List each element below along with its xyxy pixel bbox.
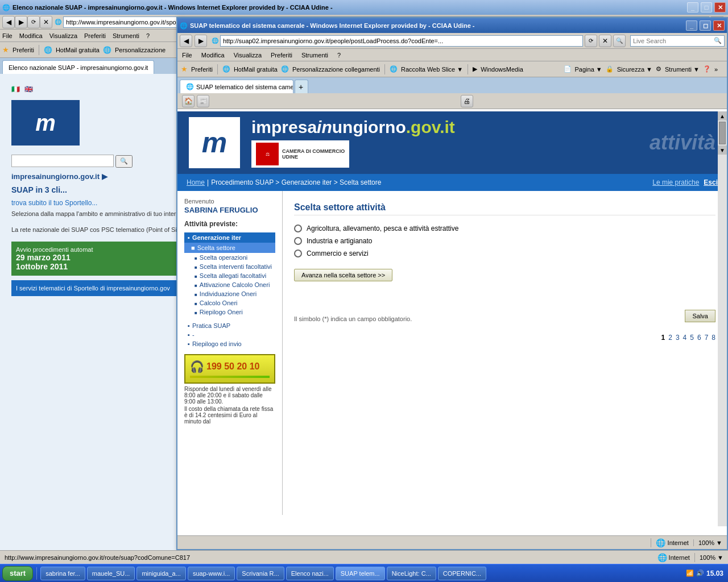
fg-favbar-expand[interactable]: » — [714, 66, 723, 73]
taskbar-suap-www[interactable]: suap-www.i... — [188, 567, 235, 580]
bg-back-btn[interactable]: ◀ — [2, 16, 15, 28]
fg-preferiti-label[interactable]: Preferiti — [191, 66, 213, 73]
taskbar-miniguida[interactable]: miniguida_a... — [136, 567, 186, 580]
statusbar-zoom[interactable]: 100% ▼ — [700, 554, 723, 561]
page-1[interactable]: 1 — [661, 334, 665, 342]
fg-pagina-btn[interactable]: Pagina ▼ — [575, 66, 602, 73]
fg-menu-help[interactable]: ? — [337, 52, 341, 59]
fg-feeds-btn[interactable]: 📰 — [197, 95, 209, 107]
page-4[interactable]: 4 — [683, 334, 687, 342]
radio-circle-1[interactable] — [294, 225, 302, 232]
bg-minimize-btn[interactable]: _ — [687, 2, 698, 13]
sidebar-dash[interactable]: - — [184, 330, 275, 339]
scroll-thumb[interactable] — [719, 122, 726, 144]
scroll-down-btn[interactable]: ▼ — [718, 146, 727, 155]
bg-close-btn[interactable]: ✕ — [714, 2, 726, 13]
bg-menu-modifica[interactable]: Modifica — [19, 32, 43, 39]
taskbar-mauele[interactable]: mauele_SU... — [87, 567, 135, 580]
fg-tab-active[interactable]: 🌐 SUAP telematico del sistema camerale — [180, 80, 293, 93]
taskbar-scrivania[interactable]: Scrivania R... — [237, 567, 284, 580]
taskbar-elenco-nazi[interactable]: Elenco nazi... — [286, 567, 334, 580]
bg-forward-btn[interactable]: ▶ — [15, 16, 27, 28]
logo-letter: m — [202, 126, 227, 159]
fg-address-bar[interactable] — [220, 35, 583, 47]
fg-sicurezza-btn[interactable]: Sicurezza ▼ — [617, 66, 652, 73]
save-btn[interactable]: Salva — [685, 310, 715, 322]
sidebar-riepilogo-invio[interactable]: Riepilogo ed invio — [184, 339, 275, 348]
breadcrumb-home-link[interactable]: Home — [187, 178, 205, 186]
radio-commercio[interactable]: Commercio e servizi — [294, 250, 715, 257]
page-6[interactable]: 6 — [697, 334, 701, 342]
sidebar-riepilogo-oneri[interactable]: Riepilogo Oneri — [184, 307, 275, 317]
fg-live-search-input[interactable] — [633, 38, 712, 44]
sidebar-generazione-iter[interactable]: ▪ Generazione iter — [184, 232, 275, 243]
bg-personalizzazione-label[interactable]: Personalizzazione — [115, 47, 166, 53]
fg-menu-modifica[interactable]: Modifica — [201, 52, 225, 59]
page-2[interactable]: 2 — [668, 334, 672, 342]
fg-home-btn[interactable]: 🏠 — [182, 95, 195, 107]
submit-btn[interactable]: Avanza nella scelta settore >> — [294, 269, 392, 281]
breadcrumb-mie-pratiche-link[interactable]: Le mie pratiche — [652, 178, 699, 186]
bg-restore-btn[interactable]: □ — [701, 2, 712, 13]
fg-print-btn[interactable]: 🖨 — [461, 95, 473, 107]
sidebar-generazione-label: Generazione iter — [192, 234, 241, 241]
fg-menu-preferiti[interactable]: Preferiti — [271, 52, 292, 59]
fg-restore-btn[interactable]: ◻ — [700, 20, 711, 31]
fg-strumenti-btn[interactable]: Strumenti ▼ — [665, 66, 700, 73]
taskbar-suap-telem[interactable]: SUAP telem... — [336, 567, 385, 580]
bg-tab[interactable]: Elenco nazionale SUAP - impresainungiorn… — [2, 60, 154, 74]
fg-refresh-btn[interactable]: ⟳ — [585, 35, 597, 47]
sidebar-scelta-allegati[interactable]: Scelta allegati facoltativi — [184, 271, 275, 280]
fg-menu-file[interactable]: File — [182, 52, 192, 59]
fg-search-submit-icon[interactable]: 🔍 — [714, 37, 722, 44]
bg-refresh-btn[interactable]: ⟳ — [27, 16, 40, 28]
bg-preferiti-label[interactable]: Preferiti — [13, 47, 34, 53]
radio-industria[interactable]: Industria e artigianato — [294, 237, 715, 245]
breadcrumb-esci-link[interactable]: Esci — [704, 178, 718, 186]
site-title-giorno: giorno — [353, 118, 406, 136]
taskbar-nicelight[interactable]: NiceLight: C... — [387, 567, 436, 580]
page-5[interactable]: 5 — [690, 334, 694, 342]
fg-stop-btn[interactable]: ✕ — [599, 35, 611, 47]
fg-raccolta-label[interactable]: Raccolta Web Slice ▼ — [401, 66, 463, 73]
fg-status-zoom[interactable]: 100% ▼ — [693, 539, 727, 546]
fg-personalizzazione-label[interactable]: Personalizzazione collegamenti — [292, 66, 380, 73]
fg-menu-strumenti[interactable]: Strumenti — [301, 52, 328, 59]
sidebar-individuazione-oneri[interactable]: Individuazione Oneri — [184, 289, 275, 298]
page-7[interactable]: 7 — [705, 334, 709, 342]
taskbar-copernic[interactable]: COPERNIC... — [438, 567, 486, 580]
scroll-up-btn[interactable]: ▲ — [718, 111, 727, 120]
sidebar-scelta-operazioni[interactable]: Scelta operazioni — [184, 253, 275, 262]
fg-forward-btn[interactable]: ▶ — [195, 35, 207, 47]
fg-windows-media-label[interactable]: WindowsMedia — [481, 66, 523, 73]
bg-search-input[interactable] — [11, 155, 114, 167]
bg-hotmail-label[interactable]: HotMail gratuita — [56, 47, 100, 53]
fg-back-btn[interactable]: ◀ — [180, 35, 192, 47]
fg-tab-new[interactable]: + — [295, 80, 308, 93]
sidebar-scelta-settore[interactable]: ■ Scelta settore — [184, 243, 275, 253]
fg-menu-visualizza[interactable]: Visualizza — [234, 52, 262, 59]
bg-menu-help[interactable]: ? — [146, 32, 150, 39]
taskbar-sabrina[interactable]: sabrina fer... — [40, 567, 85, 580]
bg-menu-file[interactable]: File — [2, 32, 13, 39]
fg-hotmail-label[interactable]: HotMail gratuita — [234, 66, 278, 73]
sidebar-pratica-suap[interactable]: Pratica SUAP — [184, 321, 275, 330]
bg-menu-preferiti[interactable]: Preferiti — [84, 32, 106, 39]
bg-menu-strumenti[interactable]: Strumenti — [113, 32, 139, 39]
fg-minimize-btn[interactable]: _ — [686, 20, 697, 31]
radio-circle-3[interactable] — [294, 250, 302, 257]
sidebar-calcolo-oneri[interactable]: Calcolo Oneri — [184, 298, 275, 307]
fg-page-icon: 📄 — [564, 65, 572, 73]
sidebar-scelta-interventi[interactable]: Scelta interventi facoltativi — [184, 262, 275, 271]
bg-stop-btn[interactable]: ✕ — [40, 16, 52, 28]
radio-circle-2[interactable] — [294, 237, 302, 245]
bg-menu-visualizza[interactable]: Visualizza — [49, 32, 77, 39]
start-button[interactable]: start — [2, 566, 33, 581]
radio-agricoltura[interactable]: Agricoltura, allevamento, pesca e attivi… — [294, 225, 715, 232]
sidebar-attivazione-calcolo[interactable]: Attivazione Calcolo Oneri — [184, 280, 275, 289]
page-8[interactable]: 8 — [712, 334, 715, 342]
bg-search-btn[interactable]: 🔍 — [115, 155, 133, 168]
page-3[interactable]: 3 — [676, 334, 680, 342]
fg-close-btn[interactable]: ✕ — [713, 20, 725, 31]
fg-scrollbar[interactable]: ▲ ▼ — [718, 111, 727, 526]
